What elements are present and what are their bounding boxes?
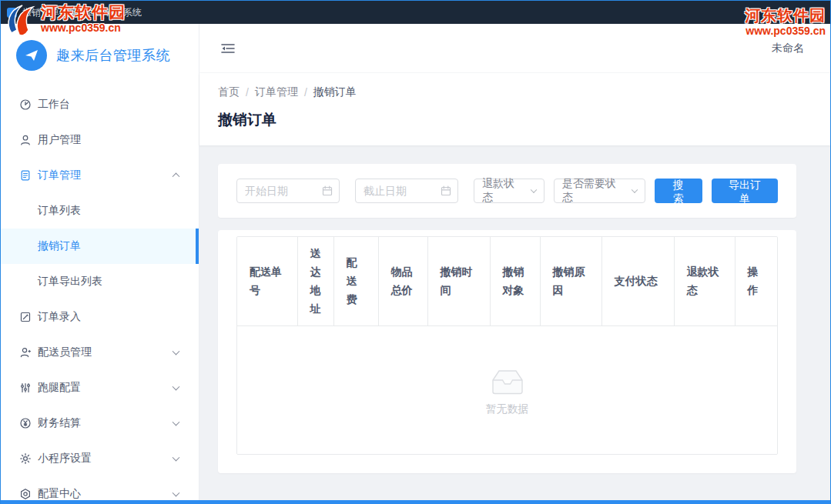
refund-status-label: 退款状态: [482, 177, 524, 205]
search-button[interactable]: 搜 索: [655, 179, 703, 203]
breadcrumb-home[interactable]: 首页: [218, 85, 240, 99]
main-panel: 未命名 首页 / 订单管理 / 撤销订单 撤销订单: [199, 24, 830, 504]
edit-icon: [19, 311, 32, 323]
sliders-icon: [19, 382, 32, 394]
sidebar-subitem-label: 订单导出列表: [38, 275, 102, 289]
sidebar-menu: 工作台 用户管理 订单管理 订单列表: [1, 87, 199, 504]
column-header: 撤销对象: [490, 237, 540, 325]
sidebar-item-label: 订单管理: [38, 169, 81, 182]
sidebar-item-miniapp-settings[interactable]: 小程序设置: [1, 441, 199, 476]
window-title: 撤销订单 - 趣来后台管理系统: [22, 6, 142, 19]
column-header: 送达地址: [297, 237, 333, 325]
titlebar-left: 撤销订单 - 趣来后台管理系统: [7, 6, 142, 19]
sidebar-subitem-label: 撤销订单: [38, 239, 81, 253]
sidebar-item-label: 配送员管理: [38, 345, 92, 359]
page-title: 撤销订单: [218, 110, 812, 130]
document-icon: [19, 169, 32, 182]
sidebar-subitem-order-export-list[interactable]: 订单导出列表: [1, 264, 199, 299]
current-user[interactable]: 未命名: [772, 42, 815, 55]
need-status-label: 是否需要状态: [562, 177, 625, 205]
column-header: 配送单号: [237, 237, 297, 325]
start-date-input[interactable]: [236, 179, 340, 203]
table-header-row: 配送单号 送达地址 配送费 物品总价 撤销时间 撤销对象 撤销原因 支付状态 退…: [237, 237, 778, 325]
content-area: 退款状态 是否需要状态 搜 索 导出订单: [199, 145, 830, 504]
close-icon: [810, 8, 819, 17]
breadcrumb: 首页 / 订单管理 / 撤销订单: [218, 85, 812, 99]
sidebar-item-label: 订单录入: [38, 310, 81, 324]
minimize-icon: [746, 12, 754, 13]
sidebar-item-couriers[interactable]: 配送员管理: [1, 335, 199, 370]
sidebar-item-users[interactable]: 用户管理: [1, 122, 199, 158]
app-window: 撤销订单 - 趣来后台管理系统 趣来后台管理系统: [0, 0, 831, 504]
breadcrumb-separator: /: [246, 86, 249, 98]
empty-text: 暂无数据: [486, 402, 529, 416]
breadcrumb-separator: /: [304, 86, 307, 98]
need-status-select[interactable]: 是否需要状态: [554, 179, 645, 203]
page-header: 首页 / 订单管理 / 撤销订单 撤销订单: [199, 73, 830, 145]
topbar: 未命名: [199, 24, 830, 73]
empty-state: 暂无数据: [237, 326, 777, 454]
collapse-menu-icon: [220, 42, 236, 55]
sidebar-subitem-label: 订单列表: [38, 204, 81, 218]
sidebar-collapse-button[interactable]: [218, 40, 238, 57]
window-titlebar: 撤销订单 - 趣来后台管理系统: [1, 1, 830, 24]
gear-icon: [19, 452, 32, 465]
window-controls: [733, 1, 830, 24]
sidebar-item-finance[interactable]: 财务结算: [1, 406, 199, 441]
filter-bar: 退款状态 是否需要状态 搜 索 导出订单: [218, 164, 796, 218]
column-header: 退款状态: [674, 237, 735, 325]
settings-icon: [19, 488, 32, 500]
chevron-down-icon: [173, 489, 180, 497]
sidebar-item-label: 配置中心: [38, 487, 81, 501]
logo-icon: [16, 40, 47, 71]
minimize-button[interactable]: [733, 1, 766, 24]
chevron-down-icon: [531, 187, 537, 193]
sidebar-item-label: 财务结算: [38, 416, 81, 430]
orders-table: 配送单号 送达地址 配送费 物品总价 撤销时间 撤销对象 撤销原因 支付状态 退…: [236, 236, 778, 455]
bottom-accent-bar: [1, 500, 830, 504]
refund-status-select[interactable]: 退款状态: [474, 179, 545, 203]
user-icon: [19, 134, 32, 146]
start-date-field: [236, 179, 340, 203]
chevron-up-icon: [173, 172, 180, 180]
active-indicator: [196, 229, 199, 264]
column-header: 撤销原因: [540, 237, 601, 325]
logo-text: 趣来后台管理系统: [56, 46, 170, 65]
sidebar-subitem-order-list[interactable]: 订单列表: [1, 193, 199, 229]
maximize-button[interactable]: [766, 1, 798, 24]
app-logo[interactable]: 趣来后台管理系统: [1, 24, 199, 87]
sidebar-item-label: 工作台: [38, 98, 70, 112]
export-orders-button[interactable]: 导出订单: [712, 179, 778, 203]
sidebar-item-errand-config[interactable]: 跑腿配置: [1, 370, 199, 406]
sidebar: 趣来后台管理系统 工作台 用户管理: [1, 24, 199, 504]
sidebar-subitem-cancel-orders[interactable]: 撤销订单: [1, 229, 199, 264]
column-header: 配送费: [333, 237, 378, 325]
sidebar-item-workbench[interactable]: 工作台: [1, 87, 199, 122]
breadcrumb-order-management[interactable]: 订单管理: [255, 85, 298, 99]
dashboard-icon: [19, 98, 32, 111]
courier-icon: [19, 346, 32, 359]
sidebar-item-orders[interactable]: 订单管理: [1, 158, 199, 193]
empty-box-icon: [486, 364, 529, 395]
finance-icon: [19, 417, 32, 429]
sidebar-item-label: 跑腿配置: [38, 381, 81, 395]
sidebar-item-label: 用户管理: [38, 133, 81, 147]
column-header: 支付状态: [601, 237, 674, 325]
chevron-down-icon: [173, 454, 180, 462]
column-header: 操作: [735, 237, 778, 325]
column-header: 撤销时间: [427, 237, 490, 325]
sidebar-item-order-entry[interactable]: 订单录入: [1, 299, 199, 335]
end-date-field: [355, 179, 458, 203]
breadcrumb-current: 撤销订单: [313, 85, 357, 99]
app-icon: [7, 8, 17, 18]
end-date-input[interactable]: [355, 179, 458, 203]
chevron-down-icon: [173, 348, 180, 355]
orders-table-card: 配送单号 送达地址 配送费 物品总价 撤销时间 撤销对象 撤销原因 支付状态 退…: [218, 230, 796, 473]
close-button[interactable]: [798, 1, 830, 24]
maximize-icon: [778, 8, 786, 16]
chevron-down-icon: [631, 187, 637, 193]
chevron-down-icon: [173, 419, 180, 426]
column-header: 物品总价: [378, 237, 427, 325]
sidebar-item-label: 小程序设置: [38, 452, 92, 466]
chevron-down-icon: [173, 383, 180, 391]
